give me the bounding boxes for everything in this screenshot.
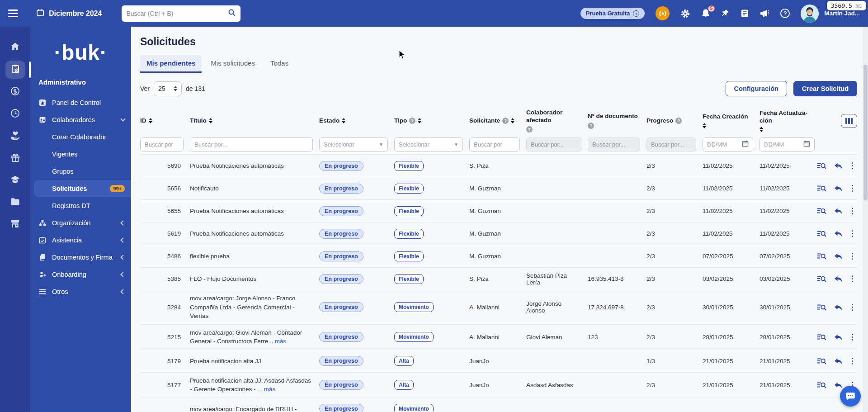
tab-mis-solicitudes[interactable]: Mis solicitudes (204, 55, 261, 73)
sort-icon[interactable] (418, 118, 421, 123)
tab-mis-pendientes[interactable]: Mis pendientes (140, 55, 202, 73)
filter-date-input[interactable]: DD/MM (760, 137, 815, 152)
table-row[interactable]: 5619 Prueba Notificaciones automáticas E… (140, 222, 857, 245)
settings-gear-icon[interactable] (680, 9, 690, 19)
table-row[interactable]: 5486 flexible prueba En progreso Flexibl… (140, 245, 857, 267)
sidebar-item-crear-colaborador[interactable]: Crear Colaborador (30, 128, 131, 146)
column-help-icon[interactable]: ? (588, 123, 594, 129)
view-detail-icon[interactable] (817, 381, 826, 389)
view-detail-icon[interactable] (817, 333, 826, 341)
rail-item-training[interactable] (5, 171, 25, 189)
column-help-icon[interactable]: ? (526, 126, 533, 133)
kebab-menu-icon[interactable] (850, 208, 855, 215)
reply-arrow-icon[interactable] (834, 252, 843, 260)
per-page-select[interactable]: 25 (154, 81, 182, 96)
kebab-menu-icon[interactable] (850, 334, 855, 341)
rail-item-benefits[interactable] (5, 127, 25, 145)
filter-input[interactable] (140, 137, 184, 152)
sidebar-item-registros-dt[interactable]: Registros DT (30, 197, 131, 214)
reply-arrow-icon[interactable] (834, 275, 843, 283)
column-header[interactable]: ID (140, 117, 184, 125)
sort-icon[interactable] (209, 118, 212, 123)
sort-icon[interactable] (149, 118, 152, 123)
help-icon[interactable]: ? (780, 9, 790, 18)
sidebar-item-solicitudes[interactable]: Solicitudes 99+ (34, 180, 131, 197)
forms-icon[interactable] (741, 9, 749, 18)
column-header[interactable]: Solicitante ? (469, 117, 520, 125)
column-header[interactable]: Título (190, 117, 313, 125)
table-row[interactable]: 5284 mov area/cargo: Jorge Alonso - Fran… (140, 290, 857, 324)
tab-todas[interactable]: Todas (264, 55, 295, 73)
column-header[interactable]: Progreso ? (646, 117, 696, 125)
view-detail-icon[interactable] (817, 162, 826, 170)
notifications-bell-icon[interactable]: 5 (701, 9, 710, 18)
view-detail-icon[interactable] (817, 357, 826, 365)
more-link[interactable]: más (264, 386, 276, 393)
sidebar-item-otros[interactable]: Otros (30, 283, 131, 300)
view-detail-icon[interactable] (817, 303, 826, 311)
pin-icon[interactable] (721, 9, 730, 18)
rail-item-home[interactable] (5, 38, 25, 57)
view-detail-icon[interactable] (817, 252, 826, 260)
configuration-button[interactable]: Configuración (726, 81, 787, 96)
period-selector[interactable]: Diciembre 2024 (36, 9, 102, 19)
filter-input[interactable] (646, 137, 696, 152)
sidebar-item-vigentes[interactable]: Vigentes (30, 146, 131, 163)
kebab-menu-icon[interactable] (850, 275, 855, 283)
view-detail-icon[interactable] (817, 230, 826, 237)
column-help-icon[interactable]: ? (409, 118, 415, 124)
sort-icon[interactable] (760, 127, 763, 132)
column-header[interactable]: Tipo ? (394, 117, 463, 125)
sort-icon[interactable] (511, 118, 514, 123)
table-row[interactable]: 5690 Prueba Notificaciones automáticas E… (140, 154, 857, 177)
reply-arrow-icon[interactable] (834, 303, 843, 311)
rail-item-time[interactable] (5, 105, 25, 123)
kebab-menu-icon[interactable] (850, 253, 855, 260)
scrollbar-thumb[interactable] (863, 65, 868, 200)
chat-fab-button[interactable] (840, 386, 861, 407)
column-help-icon[interactable]: ? (502, 118, 509, 124)
table-row[interactable]: 5179 Prueba notificacion alta JJ En prog… (140, 350, 857, 372)
hamburger-menu-icon[interactable] (8, 9, 18, 17)
announcements-megaphone-icon[interactable] (760, 9, 769, 18)
reply-arrow-icon[interactable] (834, 357, 843, 365)
column-header[interactable]: Nº de documento ? (588, 113, 640, 129)
reply-arrow-icon[interactable] (834, 381, 843, 389)
sidebar-item-panel-de-control[interactable]: Panel de Control (30, 94, 131, 111)
sidebar-item-grupos[interactable]: Grupos (30, 163, 131, 180)
search-icon[interactable] (228, 9, 236, 19)
assistant-icon[interactable] (656, 6, 670, 20)
column-picker-button[interactable] (841, 114, 857, 128)
sidebar-item-onboarding[interactable]: Onboarding (30, 266, 131, 283)
sort-icon[interactable] (342, 118, 345, 123)
table-row[interactable]: mov area/cargo: Encargado de RRHH - En p… (140, 398, 857, 412)
filter-input[interactable] (526, 137, 581, 152)
view-detail-icon[interactable] (817, 185, 826, 192)
rail-item-files[interactable] (5, 194, 25, 212)
view-detail-icon[interactable] (817, 275, 826, 283)
more-link[interactable]: más (275, 338, 287, 345)
filter-input[interactable] (469, 137, 520, 152)
filter-input[interactable] (190, 137, 313, 152)
kebab-menu-icon[interactable] (850, 230, 855, 237)
avatar[interactable] (801, 5, 819, 23)
trial-badge[interactable]: Prueba Gratuita i (580, 8, 645, 19)
rail-item-remuneration[interactable] (5, 83, 25, 101)
sidebar-item-documentos-y-firma[interactable]: Documentos y Firma (30, 249, 131, 266)
filter-select[interactable]: Seleccionar▼ (394, 137, 463, 152)
sort-icon[interactable] (703, 123, 706, 128)
view-detail-icon[interactable] (817, 207, 826, 215)
reply-arrow-icon[interactable] (834, 185, 843, 192)
table-row[interactable]: 5385 FLO - Flujo Documentos En progreso … (140, 267, 857, 290)
sidebar-item-organizacion[interactable]: Organización (30, 214, 131, 232)
rail-item-gift[interactable] (5, 149, 25, 167)
kebab-menu-icon[interactable] (850, 304, 855, 311)
table-row[interactable]: 5177 Prueba notificacion alta JJ: Asdasd… (140, 372, 857, 398)
vertical-scrollbar[interactable] (863, 27, 868, 412)
sidebar-item-colaboradores[interactable]: Colaboradores (30, 111, 131, 128)
reply-arrow-icon[interactable] (834, 230, 843, 237)
reply-arrow-icon[interactable] (834, 333, 843, 341)
table-row[interactable]: 5656 Notificauto En progreso Flexible M.… (140, 177, 857, 199)
filter-date-input[interactable]: DD/MM (703, 137, 753, 152)
create-request-button[interactable]: Crear Solicitud (793, 81, 857, 96)
